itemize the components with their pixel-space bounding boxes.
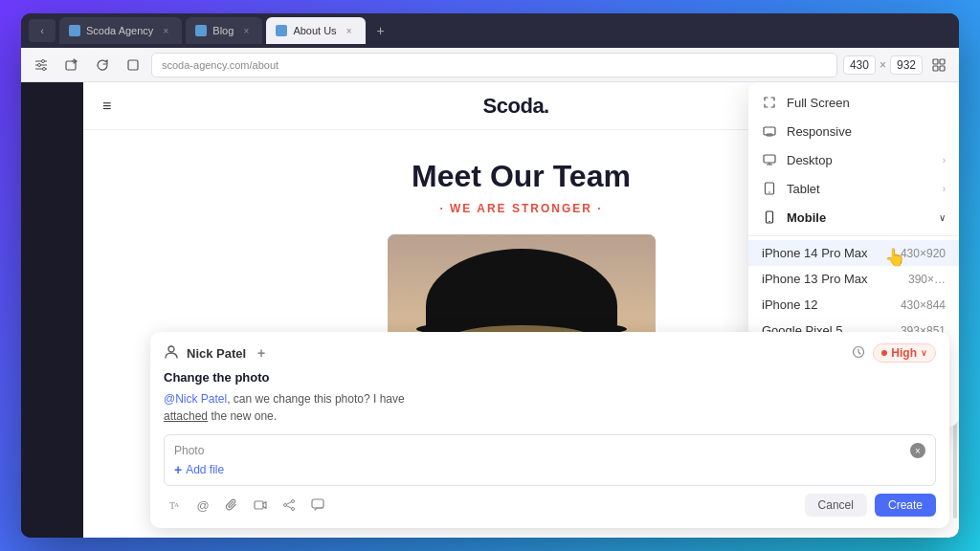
svg-line-31 [286, 506, 291, 509]
device-row-iphone13promax[interactable]: iPhone 13 Pro Max 390×… [748, 266, 959, 292]
tab-blog[interactable]: Blog × [186, 17, 262, 44]
svg-point-3 [42, 59, 45, 62]
desktop-label: Desktop [787, 153, 833, 167]
website-preview: ≡ Scoda. 🔍 Meet Our Team · WE ARE STRONG… [83, 82, 959, 538]
grid-icon[interactable] [926, 53, 951, 77]
site-nav-icon[interactable]: ≡ [102, 98, 111, 115]
tab-label-2: Blog [212, 25, 234, 36]
device-row-iphone14promax[interactable]: iPhone 14 Pro Max 430×920 [748, 240, 959, 266]
tab-close-2[interactable]: × [239, 24, 253, 37]
comment-mention[interactable]: @Nick Patel [164, 392, 227, 406]
comment-body: @Nick Patel, can we change this photo? I… [164, 390, 936, 425]
svg-point-5 [43, 67, 46, 70]
comment-add-assignee-btn[interactable]: + [252, 343, 271, 363]
svg-text:A: A [174, 501, 179, 509]
height-display[interactable]: 932 [890, 55, 923, 75]
tablet-label: Tablet [787, 182, 820, 196]
text-format-tool[interactable]: T A [164, 495, 185, 516]
tablet-icon [762, 181, 777, 196]
main-area: ≡ Scoda. 🔍 Meet Our Team · WE ARE STRONG… [21, 82, 959, 538]
bubble-tool[interactable] [307, 495, 328, 516]
footer-actions: Cancel Create [805, 494, 936, 517]
priority-chevron: ∨ [921, 348, 927, 358]
nav-back-btn[interactable]: ‹ [29, 19, 56, 42]
attachment-close-btn[interactable]: × [910, 443, 925, 458]
share-tool[interactable] [278, 495, 300, 516]
clock-icon [852, 345, 865, 362]
dropdown-item-fullscreen[interactable]: Full Screen [748, 88, 959, 117]
priority-badge[interactable]: High ∨ [873, 343, 936, 363]
responsive-label: Responsive [787, 124, 852, 139]
attachment-tool[interactable] [221, 495, 242, 516]
svg-point-22 [168, 346, 174, 352]
new-tab-button[interactable]: + [369, 19, 392, 42]
desktop-icon [762, 152, 777, 167]
svg-rect-32 [312, 499, 323, 508]
toolbar-right: 430 × 932 [843, 53, 951, 77]
settings-icon[interactable] [29, 53, 54, 77]
attachment-label: Photo [174, 444, 204, 457]
dropdown-item-tablet[interactable]: Tablet › [748, 174, 959, 203]
mobile-label: Mobile [787, 210, 826, 225]
add-file-label: Add file [186, 463, 224, 476]
svg-point-29 [292, 508, 295, 511]
tab-favicon-1 [69, 25, 80, 36]
user-avatar-icon [164, 344, 181, 362]
comment-user-info: Nick Patel + [164, 343, 271, 363]
width-display[interactable]: 430 [843, 55, 876, 75]
device-row-iphone12[interactable]: iPhone 12 430×844 [748, 292, 959, 318]
mobile-icon [762, 209, 777, 225]
dim-separator: × [880, 58, 886, 72]
svg-point-21 [768, 221, 770, 223]
svg-rect-11 [933, 66, 938, 71]
tab-about-us[interactable]: About Us × [266, 17, 365, 44]
dropdown-item-responsive[interactable]: Responsive [748, 117, 959, 145]
priority-dot [881, 350, 887, 356]
attachment-area: Photo × + Add file [164, 434, 936, 486]
svg-line-30 [286, 502, 291, 505]
dropdown-item-mobile[interactable]: Mobile ∨ [748, 203, 959, 231]
footer-tools: T A @ [164, 495, 328, 516]
left-sidebar [21, 82, 83, 538]
add-file-button[interactable]: + Add file [174, 462, 925, 477]
device-name-iphone13: iPhone 13 Pro Max [762, 272, 868, 286]
device-dims-iphone14: 430×920 [901, 247, 946, 260]
tab-close-1[interactable]: × [159, 24, 172, 37]
priority-label: High [891, 346, 917, 360]
site-logo: Scoda. [483, 94, 549, 119]
svg-point-4 [38, 63, 41, 66]
svg-rect-8 [128, 60, 138, 70]
device-dims-iphone13: 390×… [908, 273, 946, 286]
create-button[interactable]: Create [875, 494, 936, 517]
cancel-button[interactable]: Cancel [805, 494, 867, 517]
svg-point-19 [768, 191, 770, 193]
comment-body-line2: attached [164, 409, 208, 423]
comment-title: Change the photo [164, 370, 936, 385]
mention-tool[interactable]: @ [192, 495, 213, 516]
comment-body-end: the new one. [208, 409, 277, 423]
refresh-icon[interactable] [90, 53, 115, 77]
tab-label-1: Scoda Agency [86, 25, 153, 36]
share-icon[interactable] [59, 53, 84, 77]
svg-rect-10 [940, 59, 945, 64]
address-bar[interactable]: scoda-agency.com/about [151, 53, 837, 77]
device-name-iphone12: iPhone 12 [762, 298, 818, 312]
toolbar: scoda-agency.com/about 430 × 932 [21, 48, 959, 82]
tablet-chevron: › [943, 184, 946, 194]
tab-scoda-agency[interactable]: Scoda Agency × [59, 17, 182, 44]
tab-favicon-3 [276, 25, 287, 36]
comment-header-right: High ∨ [852, 343, 936, 363]
svg-rect-12 [940, 66, 945, 71]
svg-rect-26 [255, 501, 263, 509]
add-file-icon: + [174, 462, 182, 477]
attachment-header: Photo × [174, 443, 925, 458]
tab-close-3[interactable]: × [343, 24, 356, 37]
mobile-chevron: ∨ [939, 212, 946, 223]
svg-point-27 [292, 500, 295, 503]
dropdown-divider [748, 235, 959, 236]
window-icon[interactable] [121, 53, 145, 77]
comment-panel: Nick Patel + High ∨ [150, 332, 949, 528]
video-tool[interactable] [250, 495, 271, 516]
comment-username: Nick Patel [187, 346, 246, 361]
dropdown-item-desktop[interactable]: Desktop › [748, 145, 959, 174]
